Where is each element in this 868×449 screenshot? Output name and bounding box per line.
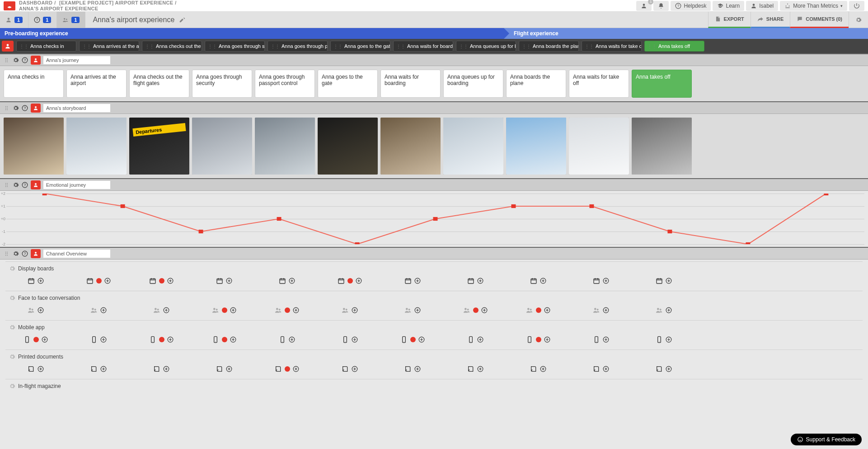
journey-card[interactable]: Anna goes through passport control [255, 70, 315, 98]
breadcrumb-map[interactable]: ANNA'S AIRPORT EXPERIENCE [19, 6, 98, 11]
channel-cell[interactable] [131, 333, 191, 346]
share-button[interactable]: SHARE [751, 12, 790, 28]
storyboard-image[interactable] [318, 118, 378, 175]
channel-cell[interactable] [571, 274, 631, 287]
channel-cell[interactable] [5, 333, 66, 346]
step-chip[interactable]: ⋮⋮Anna goes to the gate [330, 41, 390, 52]
channel-cell[interactable] [382, 304, 442, 317]
channel-cell[interactable] [131, 274, 191, 287]
channel-cell[interactable] [5, 304, 66, 317]
journey-card[interactable]: Anna waits for boarding [380, 70, 441, 98]
step-chip[interactable]: ⋮⋮Anna boards the plane [519, 41, 579, 52]
channel-title[interactable]: Mobile app [5, 322, 863, 332]
step-chip[interactable]: ⋮⋮Anna queues up for bo... [456, 41, 516, 52]
breadcrumb-dashboard[interactable]: DASHBOARD [19, 0, 52, 5]
journey-card[interactable]: Anna checks in [4, 70, 64, 98]
group-filter-button[interactable]: 1 [57, 12, 85, 28]
journey-card[interactable]: Anna checks out the flight gates [129, 70, 189, 98]
settings-button[interactable] [849, 12, 868, 28]
channel-cell[interactable] [68, 363, 128, 375]
channel-cell[interactable] [382, 363, 442, 375]
user-menu-button[interactable]: 1 [636, 1, 652, 11]
channel-cell[interactable] [508, 363, 568, 375]
phase-preboarding[interactable]: Pre-boarding experience [0, 28, 504, 39]
lane-title-input-journey[interactable] [43, 56, 110, 64]
lane-title-input-storyboard[interactable] [43, 104, 110, 112]
channel-cell[interactable] [319, 363, 380, 375]
phase-flight[interactable]: Flight experience [504, 28, 868, 39]
journey-card[interactable]: Anna goes to the gate [318, 70, 378, 98]
view-filter-button[interactable]: 1 [28, 12, 57, 28]
learn-button[interactable]: Learn [713, 1, 744, 11]
step-chip[interactable]: ⋮⋮Anna checks out the fli... [142, 41, 202, 52]
channel-title[interactable]: Printed documents [5, 352, 863, 362]
channel-cell[interactable] [571, 304, 631, 317]
edit-title-icon[interactable] [179, 17, 185, 23]
storyboard-image[interactable] [632, 118, 692, 175]
lane-help-icon[interactable] [22, 105, 28, 111]
drag-handle-icon[interactable] [4, 182, 10, 188]
comments-button[interactable]: COMMENTS (0) [790, 12, 849, 28]
lane-persona-icon[interactable] [31, 249, 41, 258]
channel-cell[interactable] [445, 274, 505, 287]
lane-persona-icon[interactable] [31, 180, 41, 189]
user-name-button[interactable]: Isabel [746, 1, 778, 11]
channel-cell[interactable] [257, 333, 317, 346]
channel-cell[interactable] [382, 274, 442, 287]
channel-cell[interactable] [257, 363, 317, 375]
storyboard-image[interactable] [380, 118, 441, 175]
channel-cell[interactable] [508, 333, 568, 346]
channel-cell[interactable] [445, 363, 505, 375]
journey-card[interactable]: Anna waits for take off [569, 70, 629, 98]
channel-cell[interactable] [194, 274, 254, 287]
journey-card[interactable]: Anna queues up for boarding [443, 70, 503, 98]
storyboard-image[interactable] [569, 118, 629, 175]
helpdesk-button[interactable]: Helpdesk [671, 1, 711, 11]
channel-cell[interactable] [257, 274, 317, 287]
channel-cell[interactable] [508, 274, 568, 287]
steps-persona-icon[interactable] [2, 41, 14, 52]
lane-settings-icon[interactable] [13, 57, 19, 63]
channel-cell[interactable] [319, 333, 380, 346]
step-chip[interactable]: ⋮⋮Anna goes through pa... [267, 41, 328, 52]
storyboard-image[interactable] [66, 118, 127, 175]
brand-logo[interactable] [4, 1, 15, 10]
channel-cell[interactable] [68, 274, 128, 287]
lane-settings-icon[interactable] [13, 105, 19, 111]
logout-button[interactable] [849, 1, 864, 11]
lane-settings-icon[interactable] [13, 182, 19, 188]
journey-card[interactable]: Anna goes through security [192, 70, 252, 98]
journey-card[interactable]: Anna boards the plane [506, 70, 566, 98]
notifications-button[interactable] [653, 1, 669, 11]
storyboard-image[interactable] [443, 118, 503, 175]
channel-cell[interactable] [508, 304, 568, 317]
storyboard-image[interactable] [129, 118, 189, 175]
drag-handle-icon[interactable] [4, 57, 10, 63]
channel-title[interactable]: Face to face conversation [5, 293, 863, 303]
step-chip[interactable]: ⋮⋮Anna goes through sec... [205, 41, 265, 52]
channel-cell[interactable] [68, 304, 128, 317]
lane-settings-icon[interactable] [13, 250, 19, 257]
persona-filter-button[interactable]: 1 [0, 12, 28, 28]
channel-cell[interactable] [633, 333, 694, 346]
lane-persona-icon[interactable] [31, 56, 41, 65]
channel-cell[interactable] [194, 363, 254, 375]
channel-cell[interactable] [571, 333, 631, 346]
channel-cell[interactable] [382, 333, 442, 346]
storyboard-image[interactable] [192, 118, 252, 175]
channel-cell[interactable] [257, 304, 317, 317]
channel-cell[interactable] [633, 363, 694, 375]
channel-cell[interactable] [68, 333, 128, 346]
channel-title[interactable]: In-flight magazine [5, 381, 863, 391]
storyboard-image[interactable] [506, 118, 566, 175]
lane-title-input-channels[interactable] [43, 250, 110, 258]
step-chip[interactable]: ⋮⋮Anna waits for take off [582, 41, 642, 52]
journey-card[interactable]: Anna takes off [632, 70, 692, 98]
lane-help-icon[interactable] [22, 250, 28, 257]
channel-cell[interactable] [5, 363, 66, 375]
step-chip[interactable]: ⋮⋮Anna takes off [644, 41, 704, 52]
storyboard-image[interactable] [4, 118, 64, 175]
channel-cell[interactable] [633, 274, 694, 287]
step-chip[interactable]: ⋮⋮Anna checks in [16, 41, 76, 52]
lane-title-input-emotional[interactable] [43, 181, 110, 189]
